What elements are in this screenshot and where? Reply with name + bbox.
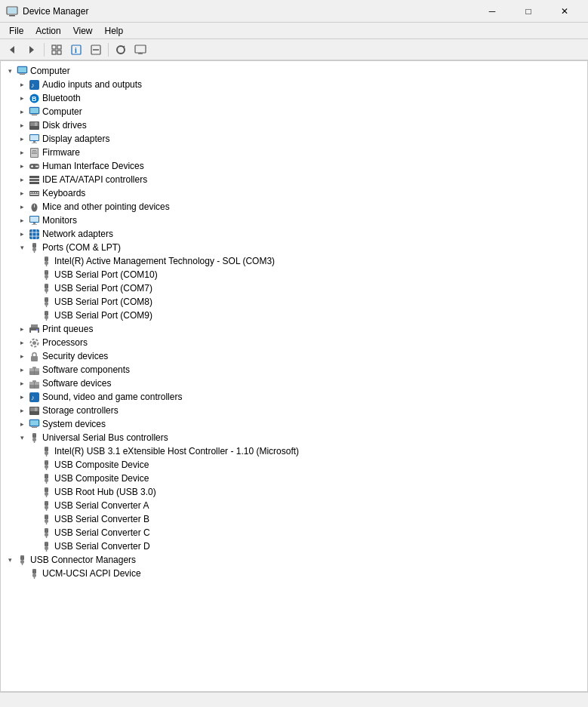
tree-item[interactable]: Intel(R) USB 3.1 eXtensible Host Control… — [1, 444, 587, 458]
tree-item[interactable]: IDE ATA/ATAPI controllers — [1, 173, 587, 186]
expander-21[interactable] — [16, 350, 28, 362]
properties-button[interactable]: i — [67, 41, 85, 58]
tree-item[interactable]: Mice and other pointing devices — [1, 200, 587, 214]
tree-item[interactable]: USB Serial Port (COM8) — [1, 295, 587, 309]
minimize-button[interactable]: ─ — [475, 0, 509, 23]
expander-26[interactable] — [16, 418, 28, 430]
expander-8[interactable] — [16, 174, 28, 186]
svg-rect-16 — [20, 74, 25, 75]
expander-7[interactable] — [16, 160, 28, 172]
tree-item[interactable]: USB Serial Port (COM10) — [1, 268, 587, 281]
tree-item[interactable]: Disk drives — [1, 118, 587, 132]
tree-item[interactable]: Firmware — [1, 146, 587, 159]
tree-item[interactable]: Intel(R) Active Management Technology - … — [1, 254, 587, 268]
tree-item[interactable]: Print queues — [1, 322, 587, 336]
tree-item[interactable]: USB Serial Converter B — [1, 512, 587, 526]
device-icon — [16, 554, 28, 566]
expander-19[interactable] — [16, 323, 28, 335]
expander-9[interactable] — [16, 187, 28, 199]
svg-rect-71 — [45, 261, 48, 265]
svg-rect-25 — [31, 114, 38, 115]
expander-23[interactable] — [16, 377, 28, 389]
expander-13[interactable] — [16, 241, 28, 254]
tree-item[interactable]: USB Serial Port (COM7) — [1, 281, 587, 295]
expander-1[interactable] — [16, 78, 28, 91]
tree-item[interactable]: UCM-UCSI ACPI Device — [1, 567, 587, 580]
device-label: Display adapters — [42, 134, 109, 144]
tree-item[interactable]: Security devices — [1, 349, 587, 363]
tree-item[interactable]: Software components — [1, 363, 587, 377]
device-tree: Computer♪Audio inputs and outputsBBlueto… — [1, 61, 587, 583]
tree-item[interactable]: Keyboards — [1, 186, 587, 200]
device-icon — [28, 228, 40, 240]
remove-button[interactable] — [87, 41, 105, 58]
device-label: USB Serial Port (COM10) — [54, 269, 158, 280]
tree-item[interactable]: System devices — [1, 417, 587, 431]
tree-item[interactable]: USB Serial Port (COM9) — [1, 309, 587, 322]
device-icon — [28, 106, 40, 118]
tree-item[interactable]: Ports (COM & LPT) — [1, 241, 587, 254]
expander-36[interactable] — [4, 554, 16, 566]
toolbar: i — [0, 39, 588, 60]
expander-4[interactable] — [16, 119, 28, 131]
forward-button[interactable] — [23, 41, 41, 58]
device-tree-container[interactable]: Computer♪Audio inputs and outputsBBlueto… — [0, 60, 588, 692]
expander-2[interactable] — [16, 92, 28, 104]
expander-25[interactable] — [16, 404, 28, 417]
menu-help[interactable]: Help — [99, 24, 130, 38]
tree-item[interactable]: BBluetooth — [1, 91, 587, 105]
svg-rect-2 — [8, 8, 17, 14]
tree-item[interactable]: Network adapters — [1, 227, 587, 241]
tree-item[interactable]: USB Serial Converter C — [1, 526, 587, 539]
tree-item[interactable]: Computer — [1, 105, 587, 118]
tree-item[interactable]: Computer — [1, 64, 587, 78]
expander-11[interactable] — [16, 214, 28, 226]
close-button[interactable]: ✕ — [547, 0, 582, 23]
tree-item[interactable]: Monitors — [1, 214, 587, 227]
svg-rect-40 — [32, 165, 32, 168]
tree-item[interactable]: Software devices — [1, 377, 587, 390]
expander-5[interactable] — [16, 133, 28, 145]
tree-item[interactable]: Universal Serial Bus controllers — [1, 431, 587, 444]
expander-12[interactable] — [16, 228, 28, 240]
device-label: IDE ATA/ATAPI controllers — [42, 174, 147, 185]
tree-item[interactable]: USB Serial Converter A — [1, 499, 587, 512]
device-label: USB Serial Port (COM9) — [54, 310, 152, 321]
tree-item[interactable]: ♪Sound, video and game controllers — [1, 390, 587, 404]
tree-item[interactable]: USB Serial Converter D — [1, 539, 587, 553]
expander-27[interactable] — [16, 432, 28, 444]
tree-item[interactable]: USB Composite Device — [1, 458, 587, 472]
device-icon — [40, 459, 52, 471]
device-label: UCM-UCSI ACPI Device — [42, 568, 141, 579]
tree-item[interactable]: Storage controllers — [1, 404, 587, 417]
back-button[interactable] — [3, 41, 21, 58]
device-icon — [28, 241, 40, 254]
svg-rect-94 — [31, 324, 38, 327]
svg-rect-37 — [32, 153, 37, 154]
tree-item[interactable]: Processors — [1, 336, 587, 349]
tree-item[interactable]: ♪Audio inputs and outputs — [1, 78, 587, 91]
svg-rect-91 — [45, 315, 48, 319]
svg-rect-116 — [31, 426, 38, 427]
expander-0[interactable] — [4, 65, 16, 77]
svg-rect-27 — [30, 122, 38, 126]
maximize-button[interactable]: □ — [511, 0, 546, 23]
expander-20[interactable] — [16, 337, 28, 349]
show-hide-button[interactable] — [48, 41, 66, 58]
svg-rect-46 — [29, 191, 39, 196]
scan-button[interactable] — [112, 41, 130, 58]
menu-action[interactable]: Action — [29, 24, 66, 38]
tree-item[interactable]: USB Root Hub (USB 3.0) — [1, 485, 587, 499]
expander-22[interactable] — [16, 364, 28, 376]
tree-item[interactable]: USB Connector Managers — [1, 553, 587, 567]
expander-10[interactable] — [16, 201, 28, 213]
tree-item[interactable]: Display adapters — [1, 132, 587, 146]
menu-file[interactable]: File — [3, 24, 29, 38]
menu-view[interactable]: View — [67, 24, 99, 38]
tree-item[interactable]: USB Composite Device — [1, 472, 587, 485]
monitor-button[interactable] — [131, 41, 149, 58]
expander-3[interactable] — [16, 106, 28, 118]
tree-item[interactable]: Human Interface Devices — [1, 159, 587, 173]
expander-24[interactable] — [16, 391, 28, 403]
expander-6[interactable] — [16, 146, 28, 158]
